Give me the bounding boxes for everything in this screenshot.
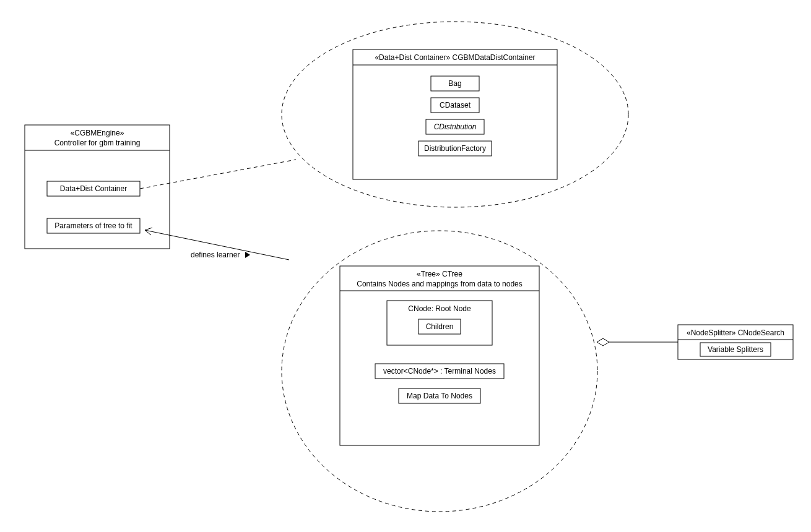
nodesplitter-title: «NodeSplitter» CNodeSearch: [687, 328, 784, 337]
diamond-icon: [597, 338, 609, 346]
svg-rect-4: [353, 49, 557, 179]
svg-rect-10: [340, 266, 539, 445]
datadist-cdistribution: CDistribution: [434, 122, 477, 131]
datadist-title: «Data+Dist Container» CGBMDataDistContai…: [375, 53, 535, 62]
datadist-bag: Bag: [448, 79, 461, 88]
engine-item-params: Parameters of tree to fit: [54, 221, 132, 230]
tree-terminal-nodes: vector<CNode*> : Terminal Nodes: [383, 367, 496, 375]
edge-defines-learner-label: defines learner: [191, 251, 240, 259]
tree-map-data: Map Data To Nodes: [407, 392, 472, 400]
engine-stereotype: «CGBMEngine»: [71, 129, 124, 137]
edge-tree-aggregates-nodesplitter: [597, 338, 678, 346]
tree-children: Children: [426, 322, 454, 331]
engine-subtitle: Controller for gbm training: [54, 139, 141, 147]
tree-class: «Tree» CTree Contains Nodes and mappings…: [340, 266, 539, 445]
engine-item-datadist: Data+Dist Container: [60, 184, 127, 193]
nodesplitter-class: «NodeSplitter» CNodeSearch Variable Spli…: [678, 325, 793, 359]
engine-class: «CGBMEngine» Controller for gbm training…: [25, 125, 170, 249]
nodesplitter-item: Variable Splitters: [708, 345, 763, 354]
datadist-cdataset: CDataset: [440, 101, 471, 109]
datadist-distfactory: DistributionFactory: [424, 144, 486, 153]
tree-stereotype: «Tree» CTree: [417, 270, 462, 278]
datadist-container-class: «Data+Dist Container» CGBMDataDistContai…: [353, 49, 557, 179]
triangle-icon: [245, 252, 250, 258]
tree-root-node: CNode: Root Node: [408, 304, 471, 313]
uml-diagram: «CGBMEngine» Controller for gbm training…: [0, 0, 811, 532]
tree-subtitle: Contains Nodes and mappings from data to…: [357, 280, 523, 288]
